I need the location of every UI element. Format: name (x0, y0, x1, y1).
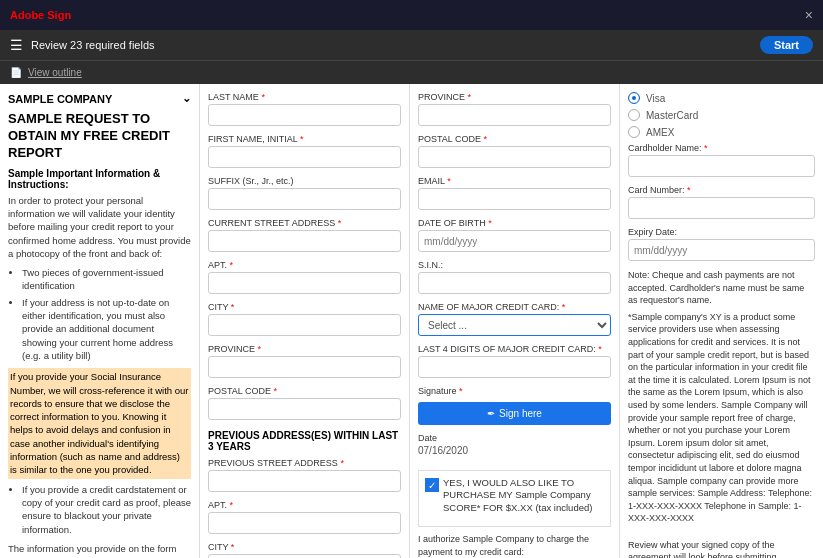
rm-postal-input[interactable] (418, 146, 611, 168)
prev-apt-input[interactable] (208, 512, 401, 534)
expiry-field: Expiry Date: (628, 227, 815, 261)
cardholder-label: Cardholder Name: * (628, 143, 815, 153)
checkbox-container: ✓ YES, I WOULD ALSO LIKE TO PURCHASE MY … (418, 470, 611, 527)
mastercard-radio[interactable] (628, 109, 640, 121)
prev-apt-label: APT. * (208, 500, 401, 510)
right-middle-panel: PROVINCE * POSTAL CODE * EMAIL * DATE OF… (410, 84, 620, 558)
postal-input[interactable] (208, 398, 401, 420)
street-input[interactable] (208, 230, 401, 252)
city-input[interactable] (208, 314, 401, 336)
required-fields-label: Review 23 required fields (31, 39, 155, 51)
mastercard-label: MasterCard (646, 110, 698, 121)
province-input[interactable] (208, 356, 401, 378)
province-label: PROVINCE * (208, 344, 401, 354)
company-name: SAMPLE COMPANY (8, 93, 112, 105)
suffix-label: SUFFIX (Sr., Jr., etc.) (208, 176, 401, 186)
prev-apt-field: APT. * (208, 500, 401, 534)
bullet-list: Two pieces of government-issued identifi… (8, 266, 191, 362)
card-number-input[interactable] (628, 197, 815, 219)
mastercard-option[interactable]: MasterCard (628, 109, 815, 121)
purchase-checkbox-row: ✓ YES, I WOULD ALSO LIKE TO PURCHASE MY … (425, 477, 604, 514)
expand-icon[interactable]: ⌄ (182, 92, 191, 105)
date-field: Date 07/16/2020 (418, 433, 611, 456)
bullet-item-2: If you provide a credit cardstatement or… (22, 483, 191, 536)
card-name-select[interactable]: Select ... (418, 314, 611, 336)
sin-input[interactable] (418, 272, 611, 294)
expiry-input[interactable] (628, 239, 815, 261)
middle-panel: LAST NAME * FIRST NAME, INITIAL * SUFFIX… (200, 84, 410, 558)
amex-option[interactable]: AMEX (628, 126, 815, 138)
bullet-item: Two pieces of government-issued identifi… (22, 266, 191, 293)
apt-field: APT. * (208, 260, 401, 294)
prev-city-field: CITY * (208, 542, 401, 558)
first-name-input[interactable] (208, 146, 401, 168)
rm-postal-field: POSTAL CODE * (418, 134, 611, 168)
amex-label: AMEX (646, 127, 674, 138)
apt-label: APT. * (208, 260, 401, 270)
postal-label: POSTAL CODE * (208, 386, 401, 396)
second-bar: ☰ Review 23 required fields Start (0, 30, 823, 60)
prev-city-input[interactable] (208, 554, 401, 558)
amex-radio[interactable] (628, 126, 640, 138)
street-label: CURRENT STREET ADDRESS * (208, 218, 401, 228)
card-number-field: Card Number: * (628, 185, 815, 219)
email-field: EMAIL * (418, 176, 611, 210)
first-name-field: FIRST NAME, INITIAL * (208, 134, 401, 168)
email-input[interactable] (418, 188, 611, 210)
visa-option[interactable]: Visa (628, 92, 815, 104)
cardholder-input[interactable] (628, 155, 815, 177)
sin-label: S.I.N.: (418, 260, 611, 270)
prev-street-label: PREVIOUS STREET ADDRESS * (208, 458, 401, 468)
expiry-label: Expiry Date: (628, 227, 815, 237)
left-panel: SAMPLE COMPANY ⌄ SAMPLE REQUEST TO OBTAI… (0, 84, 200, 558)
adobe-logo: Adobe Sign (10, 9, 71, 21)
rm-province-label: PROVINCE * (418, 92, 611, 102)
view-outline-bar: 📄 View outline (0, 60, 823, 84)
street-field: CURRENT STREET ADDRESS * (208, 218, 401, 252)
note1: Note: Cheque and cash payments are not a… (628, 269, 815, 307)
card-digits-label: LAST 4 DIGITS OF MAJOR CREDIT CARD: * (418, 344, 611, 354)
card-digits-input[interactable] (418, 356, 611, 378)
postal-field: POSTAL CODE * (208, 386, 401, 420)
visa-radio[interactable] (628, 92, 640, 104)
main-content: SAMPLE COMPANY ⌄ SAMPLE REQUEST TO OBTAI… (0, 84, 823, 558)
close-icon[interactable]: × (805, 7, 813, 23)
document-icon: 📄 (10, 67, 22, 78)
report-title: SAMPLE REQUEST TO OBTAIN MY FREE CREDIT … (8, 111, 191, 162)
bullet-list-2: If you provide a credit cardstatement or… (8, 483, 191, 536)
dob-input[interactable] (418, 230, 611, 252)
view-outline-link[interactable]: View outline (28, 67, 82, 78)
province-field: PROVINCE * (208, 344, 401, 378)
city-field: CITY * (208, 302, 401, 336)
card-name-field: NAME OF MAJOR CREDIT CARD: * Select ... (418, 302, 611, 336)
previous-section-header: PREVIOUS ADDRESS(ES) WITHIN LAST 3 YEARS (208, 430, 401, 452)
last-name-input[interactable] (208, 104, 401, 126)
signature-label: Signature * (418, 386, 611, 396)
rm-postal-label: POSTAL CODE * (418, 134, 611, 144)
cardholder-field: Cardholder Name: * (628, 143, 815, 177)
card-name-label: NAME OF MAJOR CREDIT CARD: * (418, 302, 611, 312)
sin-field: S.I.N.: (418, 260, 611, 294)
purchase-text: YES, I WOULD ALSO LIKE TO PURCHASE MY Sa… (443, 477, 604, 514)
date-label: Date (418, 433, 611, 443)
prev-city-label: CITY * (208, 542, 401, 552)
apt-input[interactable] (208, 272, 401, 294)
sign-button[interactable]: ✒ Sign here (418, 402, 611, 425)
signature-field: Signature * ✒ Sign here (418, 386, 611, 425)
authorize-text: I authorize Sample Company to charge the… (418, 533, 611, 558)
first-name-label: FIRST NAME, INITIAL * (208, 134, 401, 144)
highlight-sin: If you provide your Social Insurance Num… (8, 368, 191, 478)
card-digits-field: LAST 4 DIGITS OF MAJOR CREDIT CARD: * (418, 344, 611, 378)
date-value: 07/16/2020 (418, 445, 611, 456)
start-button[interactable]: Start (760, 36, 813, 54)
paragraph2: The information you provide on the form … (8, 542, 191, 558)
prev-street-input[interactable] (208, 470, 401, 492)
suffix-input[interactable] (208, 188, 401, 210)
section-title: Sample Important Information & Instructi… (8, 168, 191, 190)
purchase-checkbox[interactable]: ✓ (425, 478, 439, 492)
rm-province-input[interactable] (418, 104, 611, 126)
prev-street-field: PREVIOUS STREET ADDRESS * (208, 458, 401, 492)
hamburger-icon[interactable]: ☰ (10, 37, 23, 53)
city-label: CITY * (208, 302, 401, 312)
last-name-label: LAST NAME * (208, 92, 401, 102)
